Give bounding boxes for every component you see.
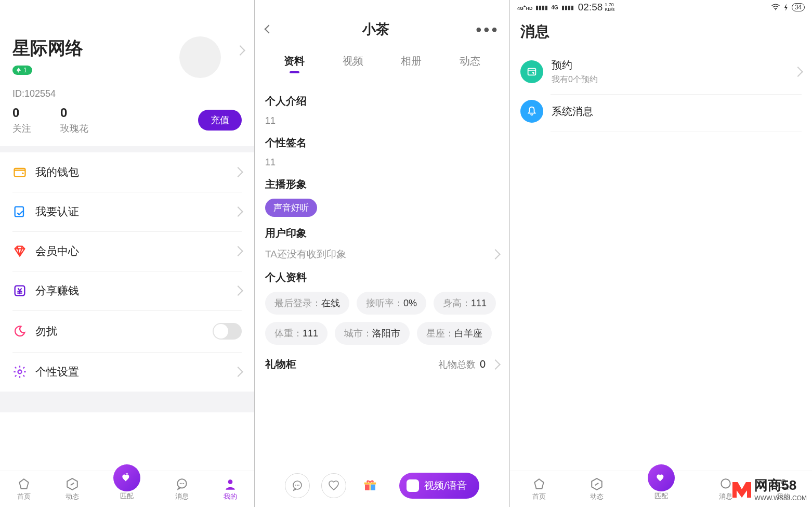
back-button[interactable] [261, 21, 277, 37]
compass-icon [66, 477, 79, 491]
gift-total[interactable]: 礼物总数 0 [438, 358, 499, 371]
menu-label: 我要认证 [35, 204, 79, 219]
status-bar: 4G+HD ▮▮▮▮ 4G ▮▮▮▮ 02:58 1.70 KB/s 34 [510, 0, 812, 15]
panel-profile-detail: 小茶 ●●● 资料 视频 相册 动态 个人介绍 11 个性签名 11 主播形象 … [255, 0, 510, 507]
chat-button[interactable] [285, 473, 310, 498]
heart-icon [328, 479, 340, 492]
svg-rect-14 [365, 485, 370, 490]
menu-label: 我的钱包 [35, 165, 79, 179]
chip-weight: 体重：111 [265, 322, 328, 345]
nav-feed[interactable]: 动态 [590, 477, 604, 501]
wallet-icon [12, 165, 27, 179]
chat-icon [291, 479, 304, 492]
profile-tabs: 资料 视频 相册 动态 [255, 43, 509, 80]
menu-label: 会员中心 [35, 244, 79, 258]
hearts-icon [120, 471, 134, 485]
compass-icon [590, 477, 604, 491]
svg-point-7 [181, 483, 182, 484]
watermark-url: WWW.WS58.COM [754, 495, 807, 502]
image-tag: 声音好听 [265, 199, 317, 217]
svg-point-6 [180, 483, 181, 484]
menu-share[interactable]: 分享赚钱 [0, 271, 254, 310]
menu-dnd[interactable]: 勿扰 [0, 310, 254, 352]
menu-verify[interactable]: 我要认证 [0, 192, 254, 231]
moon-icon [12, 324, 27, 339]
video-icon [407, 479, 419, 492]
tab-profile[interactable]: 资料 [282, 50, 307, 74]
yuan-icon [12, 283, 27, 298]
msg-item-appointment[interactable]: 预约 我有0个预约 [510, 51, 812, 93]
svg-point-11 [295, 485, 296, 486]
menu-wallet[interactable]: 我的钱包 [0, 152, 254, 192]
more-icon[interactable]: ●●● [476, 23, 499, 35]
gift-button[interactable] [358, 473, 383, 498]
section-signature-header: 个性签名 [265, 136, 499, 150]
item-subtitle: 我有0个预约 [552, 74, 598, 85]
chip-city: 城市：洛阳市 [335, 322, 410, 345]
watermark-brand: 网商58 [754, 476, 807, 495]
svg-rect-0 [15, 168, 25, 176]
chevron-right-icon [233, 285, 243, 296]
battery-badge: 34 [792, 3, 805, 11]
net-speed: 1.70 KB/s [605, 3, 614, 12]
nav-home[interactable]: 首页 [532, 477, 546, 501]
msg-item-system[interactable]: 系统消息 [510, 93, 812, 130]
bell-icon [520, 100, 543, 123]
tab-feed[interactable]: 动态 [457, 50, 482, 74]
match-fab[interactable] [113, 464, 140, 491]
home-icon [17, 477, 31, 491]
section-image-header: 主播形象 [265, 177, 499, 191]
gift-icon [362, 478, 378, 493]
recharge-button[interactable]: 充值 [198, 110, 242, 131]
like-button[interactable] [321, 473, 346, 498]
menu-label: 个性设置 [35, 365, 79, 379]
nav-match[interactable]: 匹配 [113, 478, 140, 501]
stat-follow[interactable]: 0 关注 [12, 106, 31, 135]
nav-home[interactable]: 首页 [17, 477, 31, 501]
nav-messages[interactable]: 消息 [175, 477, 189, 501]
level-badge: 1 [12, 66, 32, 75]
dnd-toggle[interactable] [213, 323, 242, 340]
chip-last-login: 最后登录：在线 [265, 292, 349, 315]
section-divider [0, 392, 254, 412]
diamond-icon [12, 244, 27, 258]
svg-point-18 [775, 9, 776, 10]
page-title: 小茶 [362, 20, 389, 38]
svg-point-8 [183, 483, 184, 484]
tab-album[interactable]: 相册 [399, 50, 424, 74]
chevron-right-icon [793, 67, 803, 77]
stat-rose[interactable]: 0 玫瑰花 [60, 106, 88, 135]
menu-label: 分享赚钱 [35, 283, 79, 298]
avatar[interactable] [179, 36, 221, 78]
charging-icon [783, 3, 789, 11]
signature-value: 11 [265, 157, 499, 168]
person-icon [224, 477, 237, 491]
match-fab[interactable] [648, 464, 675, 491]
menu-vip[interactable]: 会员中心 [0, 231, 254, 271]
user-id: ID:102554 [0, 88, 254, 106]
wifi-icon [771, 4, 780, 11]
bottom-nav: 首页 动态 匹配 消息 我的 [0, 471, 254, 507]
tab-video[interactable]: 视频 [340, 50, 365, 74]
nav-match[interactable]: 匹配 [648, 478, 675, 501]
menu-settings[interactable]: 个性设置 [0, 352, 254, 392]
svg-point-12 [297, 485, 298, 486]
chevron-right-icon [233, 367, 243, 377]
panel-messages: 4G+HD ▮▮▮▮ 4G ▮▮▮▮ 02:58 1.70 KB/s 34 消息… [510, 0, 812, 507]
video-call-button[interactable]: 视频/语音 [399, 473, 479, 499]
watermark-logo-icon [729, 477, 754, 502]
item-title: 预约 [552, 58, 598, 72]
svg-point-13 [298, 485, 299, 486]
svg-rect-17 [370, 483, 371, 490]
panel-my-profile: 星际网络 1 ID:102554 0 关注 0 玫瑰花 充值 我的钱包 我要认证 [0, 0, 255, 507]
chevron-right-icon [233, 246, 243, 256]
chip-height: 身高：111 [434, 292, 496, 315]
impression-placeholder: TA还没有收到印象 [265, 248, 346, 261]
chip-answer-rate: 接听率：0% [357, 292, 426, 315]
nav-me[interactable]: 我的 [224, 477, 237, 501]
svg-rect-15 [371, 485, 376, 490]
nav-feed[interactable]: 动态 [66, 477, 79, 501]
svg-rect-19 [528, 69, 536, 75]
action-bar: 视频/语音 [255, 464, 509, 507]
impression-row[interactable]: TA还没有收到印象 [265, 248, 499, 261]
